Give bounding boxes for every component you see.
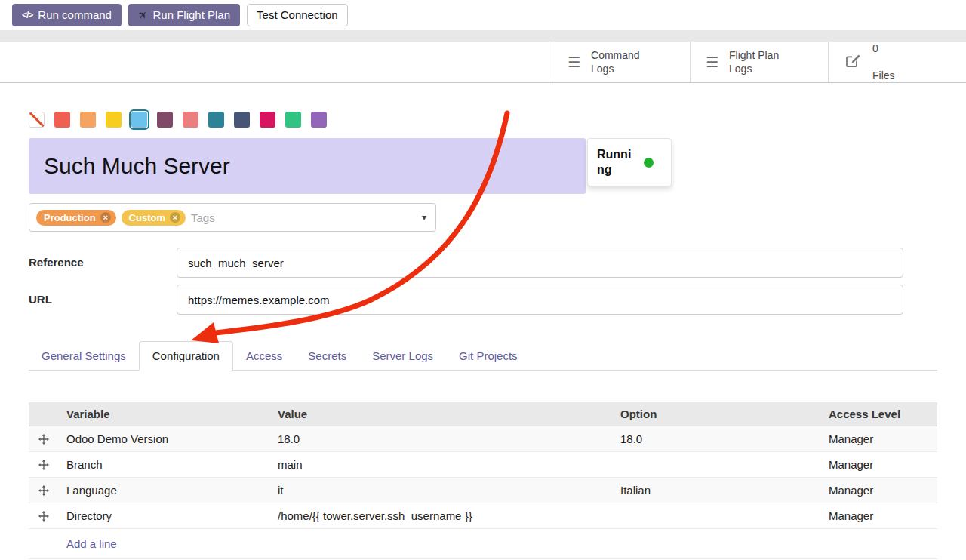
url-row: URL https://memes.example.com — [29, 285, 937, 315]
run-flight-plan-button[interactable]: ✈ Run Flight Plan — [128, 4, 240, 26]
status-button[interactable]: Running — [587, 138, 672, 186]
color-swatch-salmon[interactable] — [183, 112, 198, 128]
run-command-button[interactable]: </> Run command — [12, 4, 122, 26]
title-row: Such Much Server Running — [29, 138, 937, 194]
cell-option[interactable] — [619, 510, 827, 522]
command-logs-button[interactable]: ☰ Command Logs — [552, 42, 690, 82]
color-swatch-navy[interactable] — [234, 112, 250, 128]
cell-variable[interactable]: Language — [65, 478, 276, 503]
page: </> Run command ✈ Run Flight Plan Test C… — [0, 0, 966, 560]
divider-strip — [0, 30, 966, 42]
action-toolbar: </> Run command ✈ Run Flight Plan Test C… — [0, 0, 966, 30]
status-dot-icon — [644, 158, 654, 168]
code-icon: </> — [22, 10, 32, 20]
tab-secrets[interactable]: Secrets — [295, 342, 359, 370]
tag-pill-custom: Custom × — [122, 210, 186, 226]
reference-label: Reference — [29, 248, 177, 278]
status-label: Running — [597, 147, 636, 177]
flight-plan-logs-button[interactable]: ☰ Flight Plan Logs — [690, 42, 828, 82]
stat-button-bar: ☰ Command Logs ☰ Flight Plan Logs 0 File… — [0, 42, 966, 83]
command-logs-label: Command Logs — [591, 48, 640, 75]
table-row: Language it Italian Manager — [29, 478, 937, 503]
cell-variable[interactable]: Branch — [65, 452, 276, 477]
files-word: Files — [872, 69, 895, 82]
drag-handle-icon[interactable] — [29, 505, 65, 528]
title-input[interactable]: Such Much Server — [29, 138, 586, 194]
tab-general-settings[interactable]: General Settings — [29, 342, 139, 370]
reference-input[interactable]: such_much_server — [177, 248, 903, 278]
tag-remove-icon[interactable]: × — [170, 212, 180, 223]
drag-handle-icon[interactable] — [29, 479, 65, 502]
url-label: URL — [29, 285, 177, 315]
tab-server-logs[interactable]: Server Logs — [359, 342, 446, 370]
run-command-label: Run command — [38, 8, 112, 22]
tab-access[interactable]: Access — [233, 342, 295, 370]
reference-row: Reference such_much_server — [29, 248, 937, 278]
color-swatch-cyan-selected[interactable] — [131, 112, 147, 128]
cell-access[interactable]: Manager — [827, 478, 937, 503]
menu-icon: ☰ — [706, 54, 718, 71]
files-label: 0 Files — [872, 28, 895, 97]
run-flight-plan-label: Run Flight Plan — [152, 8, 230, 22]
notebook-tabs: General Settings Configuration Access Se… — [29, 341, 937, 371]
color-palette — [29, 112, 937, 128]
files-button[interactable]: 0 Files — [828, 42, 966, 82]
cell-option[interactable]: 18.0 — [619, 426, 827, 451]
cell-value[interactable]: 18.0 — [276, 426, 619, 451]
drag-handle-icon[interactable] — [29, 454, 65, 476]
cell-variable[interactable]: Directory — [65, 503, 276, 528]
table-row: Branch main Manager — [29, 452, 937, 478]
color-swatch-none[interactable] — [29, 112, 45, 128]
table-row: Directory /home/{{ tower.server.ssh_user… — [29, 503, 937, 529]
test-connection-button[interactable]: Test Connection — [247, 4, 348, 26]
drag-handle-icon[interactable] — [29, 428, 65, 451]
color-swatch-yellow[interactable] — [106, 112, 122, 128]
menu-icon: ☰ — [568, 54, 580, 71]
test-connection-label: Test Connection — [257, 8, 338, 22]
add-a-line-link[interactable]: Add a line — [29, 529, 937, 559]
color-swatch-green[interactable] — [285, 112, 301, 128]
tags-input[interactable]: Production × Custom × Tags ▾ — [29, 203, 436, 232]
edit-icon — [844, 51, 862, 73]
cell-option[interactable] — [619, 459, 827, 471]
color-swatch-raspberry[interactable] — [260, 112, 275, 128]
table-header-row: Variable Value Option Access Level — [29, 402, 937, 426]
cell-value[interactable]: /home/{{ tower.server.ssh_username }} — [276, 503, 619, 528]
plane-icon: ✈ — [134, 7, 151, 23]
tag-label: Custom — [129, 212, 165, 223]
chevron-down-icon[interactable]: ▾ — [422, 212, 426, 223]
url-input[interactable]: https://memes.example.com — [177, 285, 903, 315]
tab-git-projects[interactable]: Git Projects — [446, 342, 531, 370]
color-swatch-orange[interactable] — [80, 112, 96, 128]
tags-placeholder: Tags — [191, 211, 215, 224]
cell-option[interactable]: Italian — [619, 478, 827, 503]
tab-configuration[interactable]: Configuration — [139, 341, 233, 371]
configuration-table: Variable Value Option Access Level Odoo … — [29, 402, 937, 559]
header-variable[interactable]: Variable — [65, 402, 276, 426]
tag-pill-production: Production × — [36, 210, 116, 226]
color-swatch-violet[interactable] — [311, 112, 327, 128]
header-handle-cell — [29, 409, 65, 420]
color-swatch-teal[interactable] — [208, 112, 224, 128]
cell-access[interactable]: Manager — [827, 452, 937, 477]
table-row: Odoo Demo Version 18.0 18.0 Manager — [29, 426, 937, 452]
tag-remove-icon[interactable]: × — [100, 212, 111, 223]
cell-access[interactable]: Manager — [827, 426, 937, 451]
flight-plan-logs-label: Flight Plan Logs — [729, 48, 779, 75]
cell-value[interactable]: main — [276, 452, 619, 477]
cell-variable[interactable]: Odoo Demo Version — [65, 426, 276, 451]
header-option[interactable]: Option — [619, 402, 827, 426]
cell-value[interactable]: it — [276, 478, 619, 503]
tag-label: Production — [44, 212, 96, 223]
color-swatch-plum[interactable] — [157, 112, 173, 128]
header-access-level[interactable]: Access Level — [827, 402, 937, 426]
cell-access[interactable]: Manager — [827, 503, 937, 528]
form-sheet: Such Much Server Running Production × Cu… — [0, 112, 966, 559]
color-swatch-red[interactable] — [54, 112, 70, 128]
header-value[interactable]: Value — [276, 402, 619, 426]
files-count: 0 — [872, 42, 895, 55]
